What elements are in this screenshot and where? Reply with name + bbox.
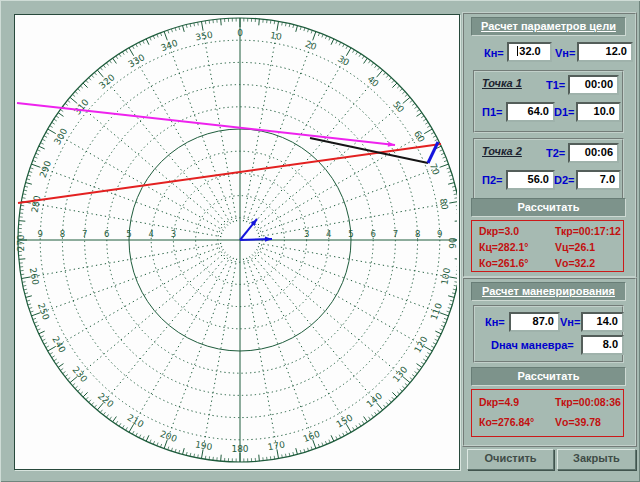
degree-tick [110,60,112,63]
degree-label: 180 [231,444,248,454]
degree-tick [48,347,56,352]
degree-tick [183,26,185,32]
t2-input[interactable]: 00:06 [568,143,619,163]
degree-tick [183,448,185,454]
result-tkr: Ткр=00:17:12 [555,225,621,237]
degree-label: 110 [429,301,444,321]
degree-tick [31,313,39,316]
degree-label: 10 [269,30,282,42]
degree-tick [37,329,40,330]
degree-tick [318,444,319,447]
app-window: 0102030405060708010011012013014015016017… [0,0,640,482]
degree-tick [450,277,457,279]
target-calculate-button[interactable]: Рассчитать [471,198,626,217]
degree-tick [37,150,40,151]
degree-tick [34,322,37,323]
degree-tick [449,304,452,305]
result2-ko: Ко=276.84° [472,416,555,428]
target-parameters-panel: Расчет параметров цели Кн= 32.0 Vн= 12.0… [462,12,637,278]
degree-tick [375,65,377,68]
degree-tick [150,440,151,443]
degree-tick [63,371,66,373]
degree-tick [444,160,447,161]
result2-vo: Vо=39.78 [555,416,601,428]
p2-input[interactable]: 56.0 [506,170,555,190]
result2-tkr: Ткр=00:08:36 [555,396,621,408]
bearing-radial [56,134,224,231]
degree-tick [186,25,187,28]
vn2-input[interactable]: 14.0 [581,312,624,332]
degree-tick [325,441,326,444]
degree-tick [346,46,348,49]
degree-tick [448,296,454,298]
degree-tick [353,427,355,430]
d1-input[interactable]: 10.0 [576,102,621,122]
degree-tick [54,359,57,361]
degree-tick [126,427,128,430]
vn-input[interactable]: 12.0 [577,42,633,62]
range-label: 3 [304,229,309,239]
degree-tick [423,119,426,121]
vn2-label: Vн= [560,316,580,328]
close-button[interactable]: Закрыть [557,449,636,470]
d2-input[interactable]: 7.0 [576,170,621,190]
degree-tick [443,157,446,158]
degree-tick [359,423,361,426]
clear-button[interactable]: Очистить [467,449,554,470]
degree-tick [80,392,83,394]
degree-tick [86,397,88,400]
maneuver-groupbox: Кн= 87.0 Vн= 14.0 Dнач маневра= 8.0 [473,305,624,363]
degree-tick [440,164,448,167]
degree-tick [392,397,394,400]
degree-tick [415,371,418,373]
kn-input[interactable]: 32.0 [507,42,552,62]
degree-tick [289,24,290,27]
degree-tick [441,325,444,326]
degree-tick [48,129,56,134]
degree-tick [119,54,121,57]
t1-input[interactable]: 00:00 [568,75,619,95]
degree-tick [313,31,316,39]
degree-tick [377,403,383,410]
degree-tick [353,50,355,53]
bearing-radial [243,30,277,221]
maneuver-calculate-button[interactable]: Рассчитать [471,367,626,386]
degree-tick [293,25,294,28]
degree-tick [198,454,199,457]
degree-tick [50,126,53,128]
degree-tick [296,448,298,454]
degree-tick [322,34,323,37]
range-label: 4 [148,229,153,239]
degree-tick [27,179,30,180]
dstart-input[interactable]: 8.0 [581,335,624,355]
degree-tick [22,198,25,199]
kn2-input[interactable]: 87.0 [509,312,560,332]
degree-tick [113,58,117,63]
degree-tick [343,44,345,47]
degree-tick [405,94,408,96]
degree-tick [146,39,149,45]
degree-tick [132,46,134,49]
degree-tick [368,417,370,420]
maneuvering-board[interactable]: 0102030405060708010011012013014015016017… [15,15,457,467]
degree-tick [97,403,103,410]
degree-tick [403,377,410,383]
degree-label: 310 [72,97,91,117]
degree-tick [403,97,410,103]
degree-tick [70,377,77,383]
degree-tick [21,277,30,279]
degree-tick [402,386,405,388]
degree-tick [100,67,102,70]
degree-tick [293,452,294,455]
degree-tick [198,22,199,25]
degree-tick [378,410,380,413]
bearing-radial [250,256,347,424]
degree-label: 70 [428,162,441,176]
degree-tick [168,447,169,450]
degree-tick [339,435,341,438]
degree-tick [431,346,434,348]
p1-input[interactable]: 64.0 [506,102,555,122]
degree-tick [371,63,373,66]
degree-tick [364,58,368,63]
degree-tick [308,29,309,32]
